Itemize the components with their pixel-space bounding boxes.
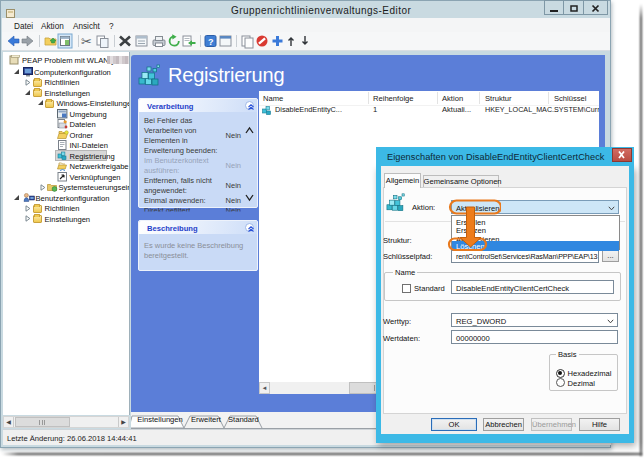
svg-text:✂: ✂	[81, 34, 92, 49]
svg-text:?: ?	[208, 37, 214, 47]
